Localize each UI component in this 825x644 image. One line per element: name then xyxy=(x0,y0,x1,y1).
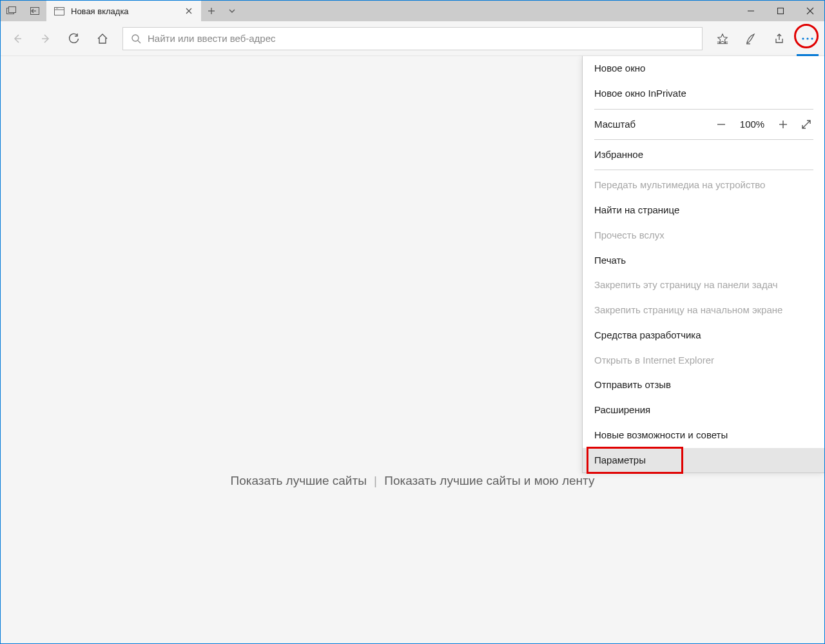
fullscreen-button[interactable] xyxy=(799,117,813,132)
tab-title: Новая вкладка xyxy=(71,6,177,16)
address-bar[interactable] xyxy=(122,27,703,50)
back-button[interactable] xyxy=(4,26,31,52)
menu-devtools[interactable]: Средства разработчика xyxy=(583,323,825,348)
menu-zoom-row: Масштаб 100% xyxy=(583,112,825,137)
minimize-button[interactable] xyxy=(736,0,766,21)
more-button[interactable] xyxy=(794,26,821,52)
toolbar xyxy=(0,21,825,56)
menu-separator xyxy=(594,109,813,110)
svg-point-18 xyxy=(132,35,139,41)
favorites-button[interactable] xyxy=(709,26,736,52)
svg-rect-13 xyxy=(778,8,784,14)
browser-tab[interactable]: Новая вкладка xyxy=(46,0,201,21)
svg-point-26 xyxy=(811,37,813,39)
titlebar: Новая вкладка xyxy=(0,0,825,21)
svg-rect-1 xyxy=(9,6,16,12)
tab-menu-chevron-icon[interactable] xyxy=(222,0,242,21)
show-top-sites-link[interactable]: Показать лучшие сайты xyxy=(231,474,367,487)
menu-separator xyxy=(594,139,813,140)
menu-favorites[interactable]: Избранное xyxy=(583,142,825,168)
menu-open-ie[interactable]: Открыть в Internet Explorer xyxy=(583,348,825,373)
zoom-label: Масштаб xyxy=(594,119,705,130)
tab-preview-icon[interactable] xyxy=(0,0,23,21)
svg-rect-4 xyxy=(55,7,64,15)
menu-extensions[interactable]: Расширения xyxy=(583,398,825,423)
set-aside-tabs-icon[interactable] xyxy=(23,0,46,21)
svg-point-25 xyxy=(806,37,808,39)
tab-icon xyxy=(54,7,64,15)
zoom-value: 100% xyxy=(737,119,767,130)
share-button[interactable] xyxy=(766,26,793,52)
tab-close-icon[interactable] xyxy=(183,5,195,17)
menu-print[interactable]: Печать xyxy=(583,248,825,273)
search-icon xyxy=(131,34,141,44)
menu-separator xyxy=(594,170,813,170)
svg-point-24 xyxy=(802,37,804,39)
refresh-button[interactable] xyxy=(61,26,88,52)
menu-new-inprivate[interactable]: Новое окно InPrivate xyxy=(583,81,825,106)
zoom-out-button[interactable] xyxy=(714,117,728,132)
notes-button[interactable] xyxy=(737,26,764,52)
show-top-sites-feed-link[interactable]: Показать лучшие сайты и мою ленту xyxy=(384,474,594,487)
newtab-links: Показать лучшие сайты | Показать лучшие … xyxy=(0,474,825,488)
new-tab-button[interactable] xyxy=(201,0,222,21)
forward-button[interactable] xyxy=(32,26,59,52)
close-window-button[interactable] xyxy=(795,0,825,21)
menu-settings[interactable]: Параметры xyxy=(583,448,825,473)
menu-new-window[interactable]: Новое окно xyxy=(583,56,825,81)
page-content: Показать лучшие сайты | Показать лучшие … xyxy=(0,56,825,644)
separator: | xyxy=(374,474,377,487)
menu-whatsnew[interactable]: Новые возможности и советы xyxy=(583,423,825,448)
menu-pin-taskbar[interactable]: Закрепить эту страницу на панели задач xyxy=(583,273,825,298)
address-input[interactable] xyxy=(148,33,694,44)
more-menu: Новое окно Новое окно InPrivate Масштаб … xyxy=(582,56,825,473)
menu-cast[interactable]: Передать мультимедиа на устройство xyxy=(583,173,825,198)
window-controls xyxy=(736,0,825,21)
menu-read-aloud[interactable]: Прочесть вслух xyxy=(583,223,825,248)
home-button[interactable] xyxy=(89,26,116,52)
svg-line-19 xyxy=(138,41,141,43)
menu-pin-start[interactable]: Закрепить страницу на начальном экране xyxy=(583,298,825,323)
maximize-button[interactable] xyxy=(766,0,795,21)
zoom-in-button[interactable] xyxy=(776,117,790,132)
menu-feedback[interactable]: Отправить отзыв xyxy=(583,373,825,398)
menu-find[interactable]: Найти на странице xyxy=(583,198,825,223)
